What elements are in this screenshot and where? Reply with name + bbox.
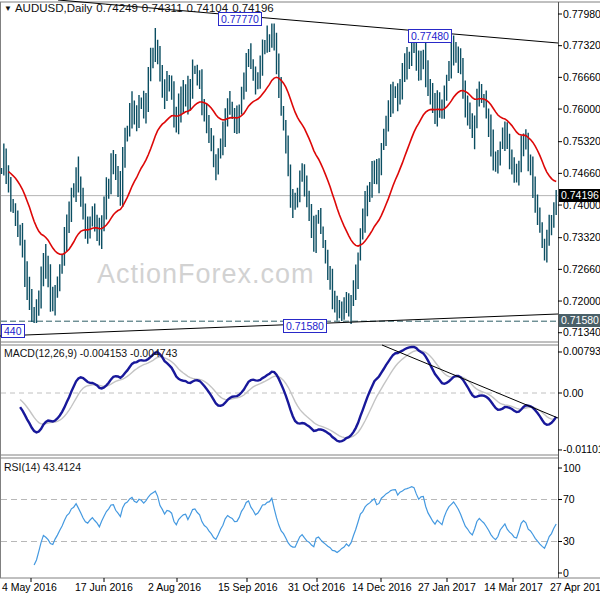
macd-axis-label: 0.007933 [563,345,600,357]
date-axis-label: 31 Oct 2016 [288,581,345,593]
price-axis-label: 0.77980 [563,8,600,20]
rsi-axis-label: 70 [563,493,575,505]
rsi-axis-label: 0 [563,567,569,579]
resistance-label-07777[interactable]: 0.77770 [218,12,262,26]
date-axis-label: 2 Aug 2016 [148,581,201,593]
price-axis-label: 0.71340 [563,326,600,338]
date-axis-label: 4 May 2016 [2,581,57,593]
price-chart-canvas[interactable] [0,0,600,600]
resistance-label-07748[interactable]: 0.77480 [408,29,452,43]
macd-axis-label: 0.00 [563,387,583,399]
support-price-box: 0.71580 [559,314,600,327]
rsi-axis-label: 30 [563,535,575,547]
current-price-box: 0.74196 [559,189,600,202]
date-axis-label: 27 Jan 2017 [418,581,476,593]
price-axis-label: 0.76000 [563,103,600,115]
price-axis-label: 0.76660 [563,71,600,83]
symbol-dropdown-icon[interactable]: ▼ [4,4,12,13]
rsi-axis-label: 100 [563,462,581,474]
price-axis-label: 0.77320 [563,39,600,51]
price-axis-label: 0.72660 [563,263,600,275]
price-axis-label: 0.74660 [563,167,600,179]
rsi-header: RSI(14) 43.4124 [4,461,81,473]
price-axis-label: 0.73320 [563,231,600,243]
date-axis-label: 17 Jun 2016 [75,581,133,593]
support-label-07158[interactable]: 0.71580 [283,319,327,333]
date-axis-label: 14 Mar 2017 [484,581,543,593]
macd-header: MACD(12,26,9) -0.004153 -0.004743 [4,347,177,359]
macd-axis-label: -0.011017 [563,443,600,455]
price-axis-label: 0.75320 [563,135,600,147]
trendline-origin-label[interactable]: 440 [1,324,25,338]
ohlc-open: 0.74249 [96,2,138,14]
watermark: ActionForex.com [97,259,315,290]
date-axis-label: 27 Apr 2017 [550,581,600,593]
price-axis-label: 0.72000 [563,295,600,307]
ohlc-high: 0.74311 [142,2,183,14]
trading-chart-window: ▼AUDUSD,Daily0.742490.743110.741040.7419… [0,0,600,600]
date-axis-label: 15 Sep 2016 [218,581,278,593]
symbol-timeframe: AUDUSD,Daily [15,2,92,14]
date-axis-label: 14 Dec 2016 [352,581,412,593]
